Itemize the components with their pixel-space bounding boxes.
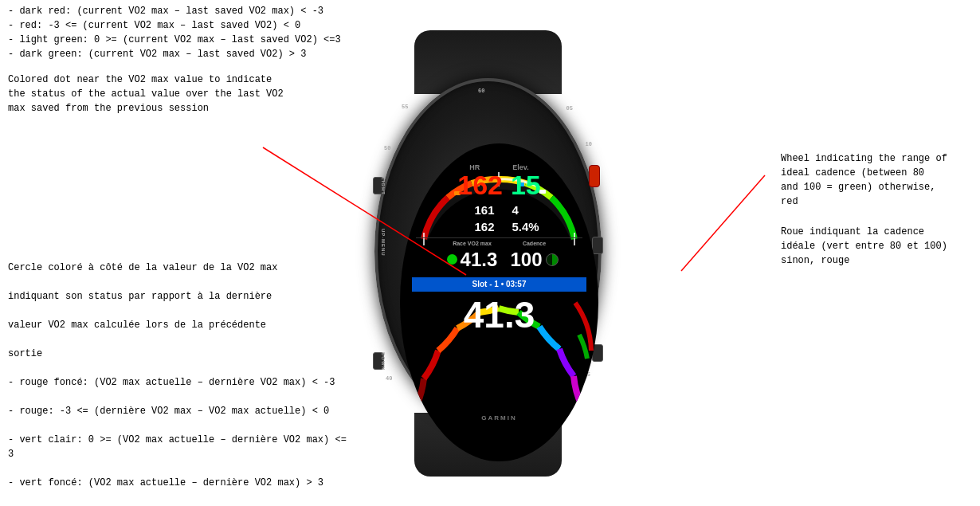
cadence-wheel-indicator: [546, 253, 559, 266]
vo2-value-group: 41.3: [440, 250, 504, 269]
divider-1: [416, 237, 582, 238]
wheel-en-1: Wheel indicating the range of: [781, 153, 947, 164]
cadence-value: 100: [510, 250, 542, 269]
row3-elev: 5.4%: [512, 220, 544, 233]
legend-light-green: - light green: 0 >= (current VO2 max – l…: [8, 33, 351, 47]
legend-red: - red: -3 <= (current VO2 max – last sav…: [8, 18, 351, 33]
french-desc-4: sortie: [8, 347, 351, 361]
wheel-fr-1: Roue indiquant la cadence: [781, 226, 924, 237]
vo2-cadence-values: 41.3 100: [400, 250, 598, 269]
bezel-label-50: 50: [384, 145, 390, 151]
wheel-desc-french: Roue indiquant la cadence idéale (vert e…: [781, 225, 972, 268]
watch-case: 60 05 10 25 35 40 50 55 LIGHT UP·MENU DO…: [374, 78, 602, 425]
vo2-value: 41.3: [461, 250, 498, 269]
slot-text: Slot - 1 • 03:57: [472, 280, 527, 288]
row2-hr: 161: [455, 203, 495, 217]
row2: 161 4: [400, 203, 598, 217]
french-legend-red: - rouge: -3 <= (dernière VO2 max – VO2 m…: [8, 404, 351, 418]
row3: 162 5.4%: [400, 220, 598, 233]
vo2-label: Race VO2 max: [441, 241, 504, 246]
dot-desc-2: the status of the actual value over the …: [8, 87, 351, 101]
left-top-annotations: - dark red: (current VO2 max – last save…: [8, 4, 351, 127]
wheel-fr-2: idéale (vert entre 80 et 100): [781, 241, 947, 252]
wheel-fr-3: sinon, rouge: [781, 255, 849, 266]
watch-face: HR Elev. 162 15 161 4: [400, 143, 598, 461]
french-legend-dark-green: - vert foncé: (VO2 max actuelle – derniè…: [8, 476, 351, 490]
row2-elev: 4: [512, 203, 544, 217]
wheel-en-3: and 100 = green) otherwise,: [781, 182, 935, 193]
vo2-cadence-labels: Race VO2 max Cadence: [400, 241, 598, 246]
label-up-menu: UP·MENU: [381, 229, 386, 257]
label-down: DOWN: [381, 352, 386, 371]
garmin-logo: GARMIN: [400, 414, 598, 422]
main-values-row: 162 15: [400, 171, 598, 198]
label-light: LIGHT: [381, 177, 386, 195]
bezel-label-05: 05: [566, 105, 573, 112]
dot-desc-3: max saved from the previous session: [8, 101, 351, 116]
row3-hr: 162: [455, 220, 495, 233]
hr-value: 162: [457, 171, 503, 198]
bezel-label-40: 40: [386, 375, 392, 382]
cadence-value-group: 100: [510, 250, 558, 269]
colored-dot-description: Colored dot near the VO2 max value to in…: [8, 73, 351, 116]
french-legend-dark-red: - rouge foncé: (VO2 max actuelle – derni…: [8, 375, 351, 390]
french-desc-2: indiquant son status par rapport à la de…: [8, 289, 351, 304]
bezel-label-55: 55: [402, 104, 408, 110]
legend-dark-red: - dark red: (current VO2 max – last save…: [8, 4, 351, 18]
french-desc-1: Cercle coloré à côté de la valeur de la …: [8, 261, 351, 275]
slot-bar: Slot - 1 • 03:57: [412, 277, 586, 292]
wheel-desc-english: Wheel indicating the range of ideal cade…: [781, 151, 972, 209]
bezel-label-60: 60: [478, 88, 484, 94]
wheel-en-2: ideal cadence (between 80: [781, 167, 924, 178]
french-legend-light-green: - vert clair: 0 >= (VO2 max actuelle – d…: [8, 433, 351, 461]
cadence-label: Cadence: [511, 241, 559, 246]
watch: 60 05 10 25 35 40 50 55 LIGHT UP·MENU DO…: [367, 30, 613, 477]
right-annotations: Wheel indicating the range of ideal cade…: [781, 151, 972, 279]
svg-line-8: [681, 175, 765, 271]
screen-data: HR Elev. 162 15 161 4: [400, 143, 598, 461]
color-legend-block: - dark red: (current VO2 max – last save…: [8, 4, 351, 61]
french-desc-3: valeur VO2 max calculée lors de la précé…: [8, 318, 351, 332]
vo2-status-dot: [447, 254, 457, 265]
big-vo2-value: 41.3: [400, 296, 598, 333]
elev-value: 15: [511, 171, 541, 198]
legend-dark-green: - dark green: (current VO2 max – last sa…: [8, 47, 351, 61]
left-bottom-annotations: Cercle coloré à côté de la valeur de la …: [8, 261, 351, 490]
dot-desc-1: Colored dot near the VO2 max value to in…: [8, 73, 351, 87]
wheel-en-4: red: [781, 196, 798, 207]
